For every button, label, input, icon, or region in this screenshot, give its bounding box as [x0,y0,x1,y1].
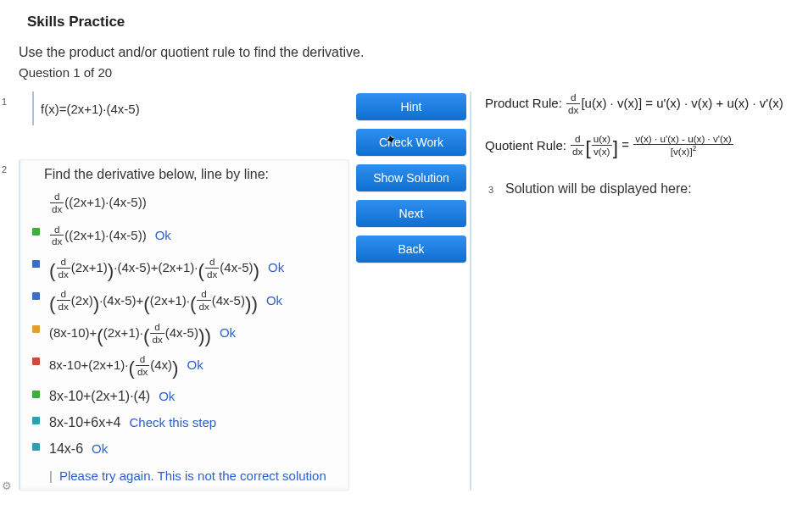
product-rule-formula: ddx[u(x) · v(x)] = u'(x) · v(x) + u(x) ·… [566,96,783,110]
step-marker [32,325,40,333]
derivation-step[interactable]: (ddx(2x+1))·(4x-5)+(2x+1)·(ddx(4x-5))Ok [32,254,342,286]
step-status: Ok [268,260,284,274]
step-status: Ok [266,293,282,308]
derivation-step[interactable]: ddx((2x+1)·(4x-5))Ok [32,222,342,254]
panel-number-3: 3 [488,185,493,195]
next-button[interactable]: Next [356,200,466,227]
step-marker [32,292,40,300]
step-status: Ok [187,357,203,372]
solution-placeholder: Solution will be displayed here: [505,181,692,196]
step-expression: 8x-10+(2x+1)·(4) [49,389,150,403]
work-title: Find the derivative below, line by line: [32,167,342,182]
step-status: Ok [155,228,171,242]
reference-panel: Product Rule: ddx[u(x) · v(x)] = u'(x) ·… [475,91,797,197]
result-text: Please try again. This is not the correc… [59,468,326,483]
result-message: |Please try again. This is not the corre… [32,463,342,486]
step-expression: 8x-10+(2x+1)·(ddx(4x)) [49,357,179,372]
show-solution-button[interactable]: Show Solution [356,164,466,191]
step-marker [32,443,40,451]
hint-button[interactable]: Hint [356,93,466,120]
step-marker [32,228,40,236]
step-status: Ok [92,441,108,456]
step-expression: (ddx(2x))·(4x-5)+((2x+1)·(ddx(4x-5))) [49,293,258,308]
check-work-button[interactable]: Check Work [356,129,466,156]
product-rule: Product Rule: ddx[u(x) · v(x)] = u'(x) ·… [485,93,797,115]
gear-icon[interactable]: ⚙ [2,479,12,492]
derivation-step[interactable]: 8x-10+(2x+1)·(4)Ok [32,385,342,411]
step-expression: 14x-6 [49,441,83,456]
quotient-rule-formula: ddx[u(x)v(x)] = v(x) · u'(x) - u(x) · v'… [570,137,734,152]
derivation-step[interactable]: 8x-10+(2x+1)·(ddx(4x))Ok [32,352,342,384]
quotient-rule: Quotient Rule: ddx[u(x)v(x)] = v(x) · u'… [485,135,797,158]
action-buttons: Hint Check Work Show Solution Next Back [356,91,466,263]
column-divider [470,91,471,490]
step-expression: ddx((2x+1)·(4x-5)) [49,195,147,209]
step-expression: (8x-10)+((2x+1)·(ddx(4x-5))) [49,325,211,340]
question-counter: Question 1 of 20 [0,62,797,80]
solution-area: 3 Solution will be displayed here: [485,181,797,197]
product-rule-label: Product Rule: [485,96,566,110]
quotient-rule-label: Quotient Rule: [485,137,570,152]
step-expression: 8x-10+6x+4 [49,415,121,429]
step-expression: (ddx(2x+1))·(4x-5)+(2x+1)·(ddx(4x-5)) [49,260,259,274]
derivation-step[interactable]: 14x-6Ok [32,437,342,463]
step-marker [32,417,40,424]
step-marker [32,357,40,365]
back-button[interactable]: Back [356,236,466,263]
step-status: Check this step [130,415,217,429]
main-columns: 1 2 f(x)=(2x+1)·(4x-5) Find the derivati… [0,91,797,490]
step-marker [32,260,40,268]
derivation-step[interactable]: (8x-10)+((2x+1)·(ddx(4x-5)))Ok [32,319,342,352]
work-panel: 1 2 f(x)=(2x+1)·(4x-5) Find the derivati… [0,91,349,490]
instructions: Use the product and/or quotient rule to … [0,30,797,62]
step-expression: ddx((2x+1)·(4x-5)) [49,228,147,242]
derivation-step[interactable]: 8x-10+6x+4Check this step [32,411,342,437]
problem-statement: f(x)=(2x+1)·(4x-5) [32,91,349,125]
panel-number-2: 2 [2,164,7,175]
step-status: Ok [220,325,236,340]
work-area: Find the derivative below, line by line:… [19,159,349,490]
derivation-step[interactable]: (ddx(2x))·(4x-5)+((2x+1)·(ddx(4x-5)))Ok [32,286,342,319]
derivation-step[interactable]: ddx((2x+1)·(4x-5)) [32,189,342,221]
page-title: Skills Practice [0,0,797,30]
step-marker [32,391,40,398]
panel-number-1: 1 [2,97,7,107]
step-status: Ok [159,389,175,403]
